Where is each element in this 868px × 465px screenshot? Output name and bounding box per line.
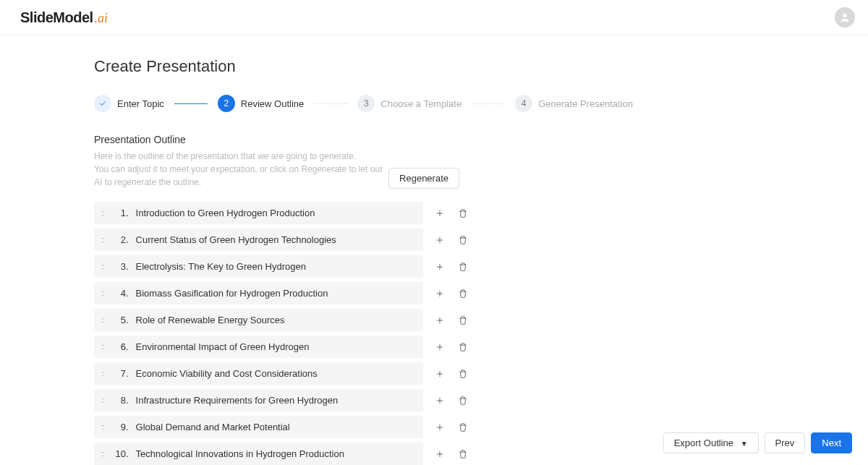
- outline-item[interactable]: ::2.Current Status of Green Hydrogen Tec…: [94, 229, 423, 251]
- drag-handle-icon[interactable]: ::: [101, 263, 104, 270]
- add-slide-button[interactable]: [433, 260, 446, 273]
- item-number: 1.: [111, 208, 129, 218]
- logo-suffix: .ai: [95, 11, 109, 26]
- delete-slide-button[interactable]: [456, 448, 469, 461]
- row-actions: [433, 341, 469, 354]
- outline-item[interactable]: ::1.Introduction to Green Hydrogen Produ…: [94, 202, 423, 224]
- item-text: Infrastructure Requirements for Green Hy…: [136, 395, 414, 406]
- trash-icon: [458, 342, 468, 352]
- outline-title: Presentation Outline: [94, 134, 388, 145]
- outline-row: ::3.Electrolysis: The Key to Green Hydro…: [94, 255, 633, 278]
- row-actions: [433, 314, 469, 327]
- drag-handle-icon[interactable]: ::: [101, 316, 104, 324]
- plus-icon: [435, 208, 445, 218]
- next-button[interactable]: Next: [811, 432, 852, 453]
- logo[interactable]: SlideModel .ai: [20, 9, 108, 26]
- drag-handle-icon[interactable]: ::: [101, 396, 104, 404]
- avatar-button[interactable]: [835, 7, 855, 27]
- plus-icon: [435, 422, 445, 432]
- row-actions: [433, 448, 469, 461]
- regenerate-button[interactable]: Regenerate: [388, 168, 459, 189]
- drag-handle-icon[interactable]: ::: [101, 289, 104, 297]
- outline-list: ::1.Introduction to Green Hydrogen Produ…: [94, 202, 633, 465]
- row-actions: [433, 394, 469, 407]
- item-number: 10.: [111, 448, 129, 459]
- outline-item[interactable]: ::4.Biomass Gasification for Hydrogen Pr…: [94, 282, 423, 304]
- item-text: Technological Innovations in Hydrogen Pr…: [136, 448, 414, 459]
- outline-item[interactable]: ::5.Role of Renewable Energy Sources: [94, 309, 423, 331]
- outline-row: ::5.Role of Renewable Energy Sources: [94, 309, 633, 331]
- step-choose-template: 3 Choose a Template: [357, 95, 461, 112]
- drag-handle-icon[interactable]: ::: [101, 236, 104, 244]
- add-slide-button[interactable]: [433, 234, 446, 247]
- outline-header: Presentation Outline Here is the outline…: [94, 134, 459, 189]
- outline-item[interactable]: ::3.Electrolysis: The Key to Green Hydro…: [94, 255, 423, 278]
- row-actions: [433, 367, 469, 380]
- footer-actions: Export Outline ▼ Prev Next: [659, 428, 856, 458]
- item-text: Introduction to Green Hydrogen Productio…: [136, 208, 414, 218]
- delete-slide-button[interactable]: [456, 394, 469, 407]
- outline-item[interactable]: ::8.Infrastructure Requirements for Gree…: [94, 389, 423, 411]
- step-review-outline[interactable]: 2 Review Outline: [218, 95, 304, 112]
- step-enter-topic[interactable]: Enter Topic: [94, 95, 164, 112]
- delete-slide-button[interactable]: [456, 367, 469, 380]
- step-label: Choose a Template: [380, 98, 461, 109]
- row-actions: [433, 207, 469, 220]
- trash-icon: [458, 208, 468, 218]
- row-actions: [433, 260, 469, 273]
- trash-icon: [458, 315, 468, 325]
- drag-handle-icon[interactable]: ::: [101, 423, 104, 431]
- item-number: 8.: [111, 395, 129, 406]
- item-text: Current Status of Green Hydrogen Technol…: [136, 234, 414, 245]
- delete-slide-button[interactable]: [456, 314, 469, 327]
- plus-icon: [435, 449, 445, 459]
- add-slide-button[interactable]: [433, 421, 446, 434]
- plus-icon: [435, 396, 445, 406]
- delete-slide-button[interactable]: [456, 341, 469, 354]
- item-text: Global Demand and Market Potential: [136, 422, 414, 432]
- outline-row: ::10.Technological Innovations in Hydrog…: [94, 443, 633, 465]
- topbar: SlideModel .ai: [0, 0, 868, 35]
- add-slide-button[interactable]: [433, 207, 446, 220]
- add-slide-button[interactable]: [433, 341, 446, 354]
- item-number: 9.: [111, 422, 129, 432]
- step-generate-presentation: 4 Generate Presentation: [515, 95, 633, 112]
- outline-row: ::8.Infrastructure Requirements for Gree…: [94, 389, 633, 411]
- delete-slide-button[interactable]: [456, 207, 469, 220]
- step-label: Enter Topic: [117, 98, 164, 109]
- delete-slide-button[interactable]: [456, 260, 469, 273]
- trash-icon: [458, 449, 468, 459]
- drag-handle-icon[interactable]: ::: [101, 450, 104, 458]
- step-connector: [472, 103, 505, 104]
- stepper: Enter Topic 2 Review Outline 3 Choose a …: [94, 95, 633, 112]
- page-title: Create Presentation: [94, 57, 633, 76]
- drag-handle-icon[interactable]: ::: [101, 343, 104, 351]
- prev-button[interactable]: Prev: [765, 432, 806, 453]
- item-text: Environmental Impact of Green Hydrogen: [136, 341, 414, 352]
- outline-item[interactable]: ::6.Environmental Impact of Green Hydrog…: [94, 336, 423, 358]
- item-number: 2.: [111, 234, 129, 245]
- plus-icon: [435, 235, 445, 245]
- item-text: Role of Renewable Energy Sources: [136, 315, 414, 325]
- outline-item[interactable]: ::9.Global Demand and Market Potential: [94, 416, 423, 438]
- delete-slide-button[interactable]: [456, 234, 469, 247]
- outline-row: ::9.Global Demand and Market Potential: [94, 416, 633, 438]
- export-outline-button[interactable]: Export Outline ▼: [663, 432, 759, 453]
- delete-slide-button[interactable]: [456, 287, 469, 300]
- add-slide-button[interactable]: [433, 314, 446, 327]
- item-number: 5.: [111, 315, 129, 325]
- add-slide-button[interactable]: [433, 367, 446, 380]
- outline-item[interactable]: ::10.Technological Innovations in Hydrog…: [94, 443, 423, 465]
- add-slide-button[interactable]: [433, 394, 446, 407]
- step-label: Review Outline: [241, 98, 304, 109]
- outline-item[interactable]: ::7.Economic Viability and Cost Consider…: [94, 362, 423, 385]
- drag-handle-icon[interactable]: ::: [101, 370, 104, 377]
- delete-slide-button[interactable]: [456, 421, 469, 434]
- trash-icon: [458, 422, 468, 432]
- check-icon: [98, 99, 107, 108]
- add-slide-button[interactable]: [433, 287, 446, 300]
- item-number: 4.: [111, 288, 129, 299]
- drag-handle-icon[interactable]: ::: [101, 209, 104, 217]
- trash-icon: [458, 369, 468, 379]
- add-slide-button[interactable]: [433, 448, 446, 461]
